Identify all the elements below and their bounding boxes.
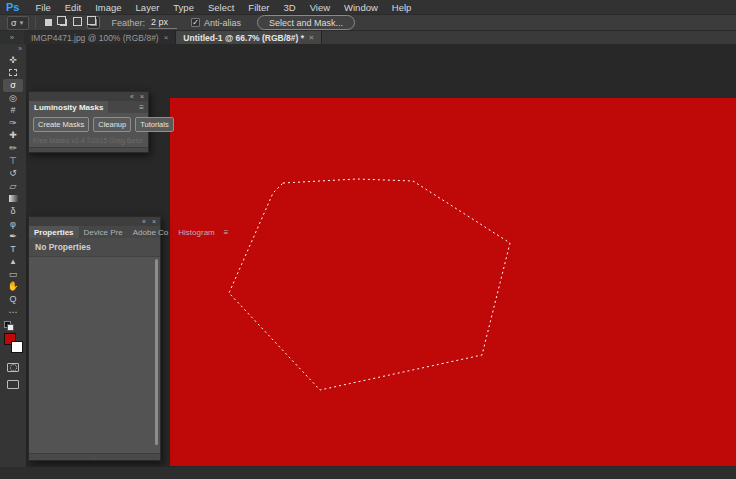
panel-tab-row: PropertiesDevice PreAdobe CoHistogram≡ xyxy=(29,226,160,238)
menu-help[interactable]: Help xyxy=(385,2,419,13)
dodge-tool[interactable]: φ xyxy=(3,218,23,231)
path-selection-tool[interactable]: ▴ xyxy=(3,256,23,269)
subtract-from-selection-icon[interactable] xyxy=(72,16,85,29)
brush-tool-icon: ✏ xyxy=(9,144,17,153)
pen-tool[interactable]: ✒ xyxy=(3,230,23,243)
tab-luminosity-masks[interactable]: Luminosity Masks xyxy=(29,101,108,113)
panel-menu-icon[interactable]: ≡ xyxy=(220,226,233,238)
background-color-swatch[interactable] xyxy=(11,341,23,353)
history-brush-tool[interactable]: ↺ xyxy=(3,167,23,180)
menu-items: FileEditImageLayerTypeSelectFilter3DView… xyxy=(28,2,418,13)
hand-tool-icon: ✋ xyxy=(7,282,18,291)
tab-device-pre[interactable]: Device Pre xyxy=(79,226,128,238)
rectangular-marquee-tool-icon xyxy=(9,69,17,76)
anti-alias-checkbox[interactable]: ✓ xyxy=(191,18,200,27)
zoom-tool[interactable]: Q xyxy=(3,293,23,306)
tutorials-button[interactable]: Tutorials xyxy=(135,117,173,132)
luminosity-buttons: Create MasksCleanupTutorials xyxy=(33,117,144,132)
rectangle-tool[interactable]: ▭ xyxy=(3,268,23,281)
eyedropper-tool[interactable]: ✑ xyxy=(3,117,23,130)
lasso-tool-icon: σ xyxy=(10,81,16,90)
quick-selection-tool-icon: ◎ xyxy=(9,94,17,103)
add-to-selection-glyph xyxy=(60,19,67,26)
menu-3d[interactable]: 3D xyxy=(276,2,302,13)
panel-resize-edge[interactable] xyxy=(29,147,148,152)
menu-window[interactable]: Window xyxy=(337,2,385,13)
new-selection-glyph xyxy=(45,19,52,26)
new-selection-icon[interactable] xyxy=(42,16,55,29)
collapse-panel-icon[interactable]: « xyxy=(142,218,146,225)
crop-tool-icon: # xyxy=(10,106,15,115)
close-panel-icon[interactable]: × xyxy=(152,218,156,225)
tab-overflow-icon[interactable]: » xyxy=(0,31,24,44)
document-tab-active[interactable]: Untitled-1 @ 66.7% (RGB/8#) *× xyxy=(176,31,321,44)
tab-properties[interactable]: Properties xyxy=(29,226,79,238)
default-colors-icon[interactable] xyxy=(4,321,14,329)
path-selection-tool-icon: ▴ xyxy=(11,257,16,266)
subtract-from-selection-glyph xyxy=(75,19,82,26)
scrollbar-thumb[interactable] xyxy=(155,259,158,445)
add-to-selection-icon[interactable] xyxy=(57,16,70,29)
menu-layer[interactable]: Layer xyxy=(129,2,167,13)
gradient-tool-icon xyxy=(9,195,18,202)
panel-resize-grip[interactable]: ⋯ xyxy=(29,453,160,460)
canvas[interactable] xyxy=(170,98,736,466)
menu-file[interactable]: File xyxy=(28,2,57,13)
clone-stamp-tool[interactable]: ⊤ xyxy=(3,155,23,168)
tools-list: ✜σ◎#✑✚✏⊤↺▱δφ✒T▴▭✋Q⋯ xyxy=(3,54,23,318)
anti-alias-label: Anti-alias xyxy=(204,18,241,28)
create-masks-button[interactable]: Create Masks xyxy=(33,117,89,132)
menu-filter[interactable]: Filter xyxy=(241,2,276,13)
blur-tool-icon: δ xyxy=(10,207,15,216)
close-tab-icon[interactable]: × xyxy=(309,33,314,42)
panel-body xyxy=(29,257,160,453)
tool-preset-picker[interactable]: σ ▼ xyxy=(7,16,29,30)
edit-toolbar[interactable]: ⋯ xyxy=(3,306,23,319)
feather-input[interactable]: 2 px xyxy=(149,17,177,29)
panel-header: « × xyxy=(29,92,148,101)
screen-mode-icon[interactable] xyxy=(7,380,19,389)
menu-type[interactable]: Type xyxy=(166,2,201,13)
version-caption: Free Masks v1.4 ©2015 Greg Benz xyxy=(33,137,144,144)
tools-collapse-icon[interactable]: » xyxy=(18,44,26,54)
polygonal-lasso-icon: σ xyxy=(11,18,17,28)
menu-image[interactable]: Image xyxy=(88,2,128,13)
hand-tool[interactable]: ✋ xyxy=(3,281,23,294)
panel-menu-icon[interactable]: ≡ xyxy=(135,101,148,113)
panel-body: Create MasksCleanupTutorials Free Masks … xyxy=(29,113,148,147)
feather-label: Feather: xyxy=(112,18,146,28)
close-panel-icon[interactable]: × xyxy=(140,93,144,100)
chevron-down-icon: ▼ xyxy=(19,20,25,26)
blur-tool[interactable]: δ xyxy=(3,205,23,218)
intersect-with-selection-icon[interactable] xyxy=(87,16,100,29)
spot-healing-brush-tool[interactable]: ✚ xyxy=(3,130,23,143)
cleanup-button[interactable]: Cleanup xyxy=(93,117,131,132)
select-and-mask-button[interactable]: Select and Mask... xyxy=(257,15,355,30)
menu-view[interactable]: View xyxy=(303,2,337,13)
divider xyxy=(35,17,36,29)
document-tab[interactable]: IMGP4471.jpg @ 100% (RGB/8#)× xyxy=(24,31,176,44)
rectangular-marquee-tool[interactable] xyxy=(3,67,23,80)
options-bar: σ ▼ Feather: 2 px ✓ Anti-alias Select an… xyxy=(0,14,736,31)
type-tool[interactable]: T xyxy=(3,243,23,256)
zoom-tool-icon: Q xyxy=(9,295,16,304)
brush-tool[interactable]: ✏ xyxy=(3,142,23,155)
spot-healing-brush-tool-icon: ✚ xyxy=(9,131,17,140)
collapse-panel-icon[interactable]: « xyxy=(130,93,134,100)
menu-edit[interactable]: Edit xyxy=(58,2,88,13)
dodge-tool-icon: φ xyxy=(10,220,16,229)
history-brush-tool-icon: ↺ xyxy=(9,169,17,178)
lasso-tool[interactable]: σ xyxy=(3,79,23,92)
close-tab-icon[interactable]: × xyxy=(164,33,169,42)
canvas-image xyxy=(170,98,736,466)
pen-tool-icon: ✒ xyxy=(9,232,17,241)
quick-mask-mode-icon[interactable] xyxy=(7,363,19,372)
crop-tool[interactable]: # xyxy=(3,104,23,117)
menu-select[interactable]: Select xyxy=(201,2,241,13)
tab-histogram[interactable]: Histogram xyxy=(173,226,219,238)
gradient-tool[interactable] xyxy=(3,193,23,206)
move-tool[interactable]: ✜ xyxy=(3,54,23,67)
eraser-tool[interactable]: ▱ xyxy=(3,180,23,193)
quick-selection-tool[interactable]: ◎ xyxy=(3,92,23,105)
tab-adobe-co[interactable]: Adobe Co xyxy=(128,226,174,238)
